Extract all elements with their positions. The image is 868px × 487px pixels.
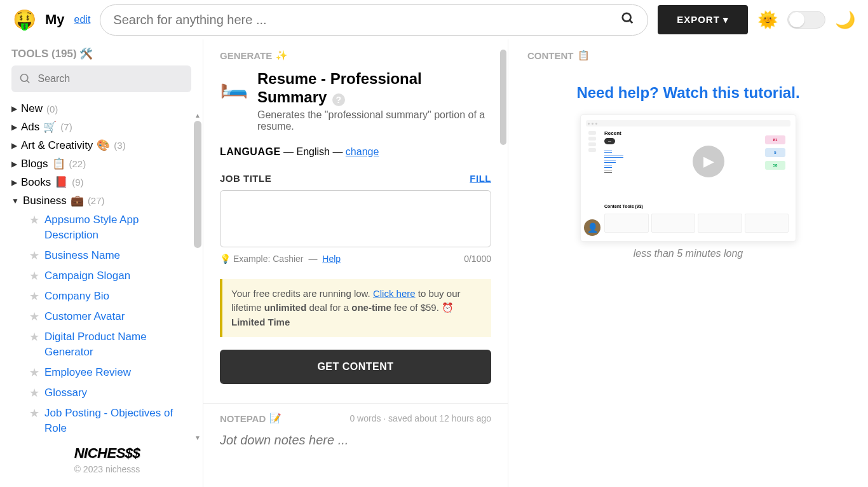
caret-icon: ▶ <box>11 104 17 113</box>
scroll-down-icon[interactable]: ▼ <box>194 434 201 442</box>
get-content-button[interactable]: GET CONTENT <box>220 350 491 384</box>
notepad-meta: 0 words · saved about 12 hours ago <box>349 413 491 423</box>
category-tree: ▶ New (0) ▶ Ads 🛒 (7) ▶ Art & Creativity… <box>11 100 203 439</box>
tool-digital-product[interactable]: ★Digital Product Name Generator <box>29 327 191 362</box>
sidebar-scrollbar[interactable]: ▲ ▼ <box>191 121 203 433</box>
content-panel: CONTENT 📋 Need help? Watch this tutorial… <box>508 39 868 487</box>
scroll-up-icon[interactable]: ▲ <box>194 112 201 120</box>
star-icon[interactable]: ★ <box>29 289 39 304</box>
caret-icon: ▶ <box>11 123 17 132</box>
bulb-icon: 💡 <box>220 254 231 264</box>
star-icon[interactable]: ★ <box>29 248 39 263</box>
tool-employee-review[interactable]: ★Employee Review <box>29 362 191 383</box>
video-caption: less than 5 minutes long <box>527 248 849 259</box>
theme-toggle[interactable] <box>787 11 825 29</box>
chevron-down-icon: ▾ <box>723 14 729 25</box>
sun-icon: 🌞 <box>757 10 778 30</box>
scroll-thumb[interactable] <box>500 50 506 145</box>
tutorial-video[interactable]: 👤 Recent — —— ————— ——— —— —— Content To… <box>580 114 796 242</box>
sidebar-search-input[interactable] <box>38 73 184 85</box>
moon-icon: 🌙 <box>835 10 855 30</box>
notepad-label: NOTEPAD 📝 <box>220 413 281 424</box>
promo-link[interactable]: Click here <box>373 288 416 299</box>
language-row: LANGUAGE — English — change <box>220 146 491 158</box>
job-title-input[interactable] <box>220 190 491 247</box>
sidebar: TOOLS (195) 🛠️ ▶ New (0) ▶ Ads 🛒 (7) ▶ A… <box>0 39 203 487</box>
promo-banner: Your free credits are running low. Click… <box>220 279 491 338</box>
tool-campaign-slogan[interactable]: ★Campaign Slogan <box>29 266 191 286</box>
edit-link[interactable]: edit <box>74 14 91 25</box>
help-icon[interactable]: ? <box>332 93 345 106</box>
star-icon[interactable]: ★ <box>29 329 39 345</box>
star-icon[interactable]: ★ <box>29 385 39 401</box>
star-icon[interactable]: ★ <box>29 365 39 380</box>
brand-label: My <box>45 11 65 28</box>
tool-appsumo[interactable]: ★Appsumo Style App Description <box>29 210 191 245</box>
notepad-icon: 📝 <box>269 413 281 424</box>
avatar-icon: 👤 <box>584 219 600 236</box>
tutorial-title: Need help? Watch this tutorial. <box>527 84 849 102</box>
export-button[interactable]: EXPORT ▾ <box>658 5 748 34</box>
resume-icon: 🛏️ <box>220 72 248 99</box>
scroll-thumb[interactable] <box>194 121 201 248</box>
tool-desc: Generates the "professional summary" por… <box>257 109 491 132</box>
tool-business-name[interactable]: ★Business Name <box>29 245 191 266</box>
star-icon[interactable]: ★ <box>29 309 39 324</box>
center-scrollbar[interactable] <box>498 39 508 487</box>
generate-section: GENERATE ✨ 🛏️ Resume - Professional Summ… <box>203 39 508 403</box>
category-business[interactable]: ▼ Business 💼 (27) <box>11 191 191 210</box>
sidebar-footer: NICHES$$ © 2023 nichesss <box>11 439 203 487</box>
caret-down-icon: ▼ <box>11 196 19 205</box>
star-icon[interactable]: ★ <box>29 406 39 421</box>
category-ads[interactable]: ▶ Ads 🛒 (7) <box>11 118 191 136</box>
global-search[interactable] <box>100 4 648 36</box>
job-title-label: JOB TITLE <box>220 173 271 184</box>
change-language-link[interactable]: change <box>346 146 379 157</box>
category-books[interactable]: ▶ Books 📕 (9) <box>11 173 191 191</box>
app-logo: 🤑 <box>13 8 36 31</box>
nichesss-logo: NICHES$$ <box>11 445 203 462</box>
category-new[interactable]: ▶ New (0) <box>11 100 191 118</box>
help-link[interactable]: Help <box>322 254 341 264</box>
tools-header: TOOLS (195) 🛠️ <box>11 47 203 60</box>
category-art[interactable]: ▶ Art & Creativity 🎨 (3) <box>11 136 191 154</box>
svg-line-3 <box>27 80 29 83</box>
svg-line-1 <box>630 20 633 23</box>
sidebar-search[interactable] <box>11 65 191 92</box>
star-icon[interactable]: ★ <box>29 268 39 284</box>
tool-company-bio[interactable]: ★Company Bio <box>29 286 191 306</box>
char-count: 0/1000 <box>464 254 491 264</box>
sparkle-icon: ✨ <box>276 50 288 61</box>
clipboard-icon: 📋 <box>578 50 590 61</box>
copyright: © 2023 nichesss <box>11 464 203 474</box>
content-label: CONTENT 📋 <box>527 50 849 61</box>
search-icon[interactable] <box>621 11 635 29</box>
notepad-section: NOTEPAD 📝 0 words · saved about 12 hours… <box>203 403 508 473</box>
caret-icon: ▶ <box>11 178 17 187</box>
play-icon[interactable]: ▶ <box>693 146 724 177</box>
svg-point-2 <box>20 74 27 81</box>
tool-customer-avatar[interactable]: ★Customer Avatar <box>29 306 191 327</box>
generate-label: GENERATE ✨ <box>220 50 491 61</box>
category-blogs[interactable]: ▶ Blogs 📋 (22) <box>11 154 191 173</box>
star-icon[interactable]: ★ <box>29 212 39 228</box>
example-hint: 💡 Example: Cashier — Help <box>220 254 341 264</box>
tool-glossary[interactable]: ★Glossary <box>29 383 191 403</box>
svg-point-0 <box>623 13 631 21</box>
search-icon <box>19 72 32 86</box>
global-search-input[interactable] <box>113 13 609 27</box>
tool-job-posting[interactable]: ★Job Posting - Objectives of Role <box>29 403 191 439</box>
caret-icon: ▶ <box>11 141 17 150</box>
fill-link[interactable]: FILL <box>470 173 491 184</box>
notepad-input[interactable] <box>220 433 491 448</box>
caret-icon: ▶ <box>11 160 17 168</box>
